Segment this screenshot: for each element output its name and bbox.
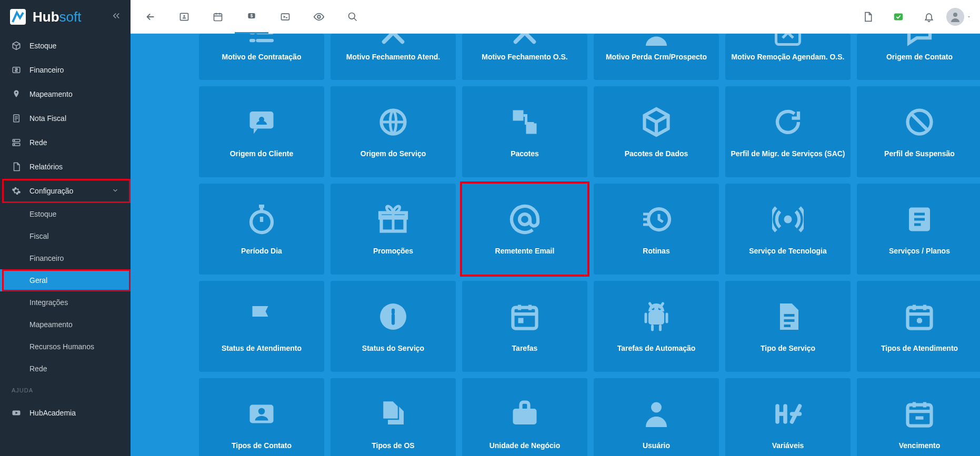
main-area: $ Motivo de ContrataçãoMotivo Fechamento… [131,0,980,456]
calendar-board-icon [509,301,541,332]
tile-promo-es[interactable]: Promoções [331,184,456,275]
tile-label: Pacotes [506,149,543,158]
user-menu[interactable] [946,8,972,26]
tile-tipos-de-os[interactable]: Tipos de OS [331,378,456,456]
nav-nota-fiscal[interactable]: Nota Fiscal [0,106,131,130]
tile-usu-rio[interactable]: Usuário [594,378,719,456]
at-icon [509,204,541,235]
sub-rede[interactable]: Rede [0,358,131,380]
tile-tarefas-de-automa-o[interactable]: Tarefas de Automação [594,281,719,372]
eye-button[interactable] [302,0,336,34]
tile-servi-o-de-tecnologia[interactable]: Serviço de Tecnologia [725,184,851,275]
tile-motivo-de-contrata-o[interactable]: Motivo de Contratação [199,34,324,80]
bell-button[interactable] [916,0,942,34]
tile-motivo-perda-crm-prospecto[interactable]: Motivo Perda Crm/Prospecto [594,34,719,80]
tile-origem-do-cliente[interactable]: Origem do Cliente [199,86,324,177]
svg-text:$: $ [251,13,253,18]
search-button[interactable] [336,0,369,34]
nav-label: Configuração [29,187,73,195]
terminal-button[interactable] [268,0,302,34]
nav-financeiro[interactable]: Financeiro [0,58,131,82]
nav-rede[interactable]: Rede [0,130,131,155]
nav-configuracao[interactable]: Configuração [0,179,131,203]
tile-status-do-servi-o[interactable]: Status do Serviço [331,281,456,372]
user-card-icon [246,398,277,430]
tile-label: Status do Serviço [358,344,428,352]
tile-tipos-de-atendimento[interactable]: Tipos de Atendimento [857,281,980,372]
nav-label: Mapeamento [29,90,73,98]
tile-rotinas[interactable]: Rotinas [594,184,719,275]
tile-label: Motivo Perda Crm/Prospecto [602,53,711,61]
sub-estoque[interactable]: Estoque [0,203,131,225]
status-ok-icon[interactable] [885,0,912,34]
tile-motivo-fechamento-o-s-[interactable]: Motivo Fechamento O.S. [462,34,587,80]
nav-mapeamento[interactable]: Mapeamento [0,82,131,106]
pdf-button[interactable] [855,0,881,34]
map-pin-icon [12,89,21,99]
sidebar: Hubsoft Estoque Financeiro Mapeamento No… [0,0,131,456]
nav-relatorios[interactable]: Relatórios [0,155,131,179]
tile-perfil-de-migr-de-servi-os-sac-[interactable]: Perfil de Migr. de Serviços (SAC) [725,86,851,177]
chat-icon [904,34,935,48]
tile-vari-veis[interactable]: Variáveis [725,378,851,456]
tile-pacotes[interactable]: Pacotes [462,86,587,177]
symbol-icon [772,398,804,430]
calendar-dash-icon [904,398,935,430]
tile-tipo-de-servi-o[interactable]: Tipo de Serviço [725,281,851,372]
svg-point-9 [183,15,185,16]
sub-mapeamento[interactable]: Mapeamento [0,313,131,336]
refresh-icon [772,106,804,138]
tile-servi-os-planos[interactable]: Serviços / Planos [857,184,980,275]
tile-motivo-fechamento-atend-[interactable]: Motivo Fechamento Atend. [331,34,456,80]
tile-per-odo-dia[interactable]: Período Dia [199,184,324,275]
tile-origem-de-contato[interactable]: Origem de Contato [857,34,980,80]
sub-geral[interactable]: Geral [0,269,131,291]
tile-label: Status de Atendimento [217,344,306,352]
youtube-icon [12,408,21,418]
tile-label: Unidade de Negócio [485,441,565,450]
logo-mark-icon [9,8,26,25]
nav-estoque[interactable]: Estoque [0,34,131,58]
cube3d-icon [641,106,672,138]
svg-point-6 [14,144,15,145]
logo-row: Hubsoft [0,0,131,34]
tile-origem-do-servi-o[interactable]: Origem do Serviço [331,86,456,177]
user-card-button[interactable] [167,0,201,34]
tile-label: Motivo de Contratação [218,53,306,61]
collapse-sidebar-icon[interactable] [112,11,121,23]
nav-label: Rede [29,138,47,147]
tile-unidade-de-neg-cio[interactable]: Unidade de Negócio [462,378,587,456]
tile-pacotes-de-dados[interactable]: Pacotes de Dados [594,86,719,177]
tile-tipos-de-contato[interactable]: Tipos de Contato [199,378,324,456]
tile-label: Origem do Serviço [356,149,430,158]
svg-rect-0 [10,9,26,25]
gift-icon [377,204,409,235]
primary-nav: Estoque Financeiro Mapeamento Nota Fisca… [0,34,131,203]
tile-label: Serviço de Tecnologia [745,247,831,255]
nav-hubacademia[interactable]: HubAcademia [0,401,131,425]
tile-perfil-de-suspens-o[interactable]: Perfil de Suspensão [857,86,980,177]
tile-label: Motivo Fechamento O.S. [477,53,572,61]
antenna-icon [772,204,804,235]
sub-financeiro[interactable]: Financeiro [0,247,131,269]
tile-motivo-remo-o-agendam-o-s-[interactable]: Motivo Remoção Agendam. O.S. [725,34,851,80]
back-button[interactable] [134,0,167,34]
sub-fiscal[interactable]: Fiscal [0,225,131,247]
files-icon [377,398,409,430]
money-button[interactable]: $ [235,0,268,34]
tile-tarefas[interactable]: Tarefas [462,281,587,372]
tile-label: Tarefas de Automação [613,344,700,352]
tile-label: Serviços / Planos [885,247,954,255]
server-icon [12,138,21,147]
tile-label: Remetente Email [491,247,559,255]
calendar-button[interactable] [201,0,235,34]
sub-recursos-humanos[interactable]: Recursos Humanos [0,336,131,358]
tile-remetente-email[interactable]: Remetente Email [462,184,587,275]
tile-label: Usuário [638,441,674,450]
sub-integracoes[interactable]: Integrações [0,291,131,313]
ban-icon [904,106,935,138]
avatar-icon [946,8,964,26]
tile-vencimento[interactable]: Vencimento [857,378,980,456]
tile-status-de-atendimento[interactable]: Status de Atendimento [199,281,324,372]
logo-text: Hubsoft [33,9,81,25]
